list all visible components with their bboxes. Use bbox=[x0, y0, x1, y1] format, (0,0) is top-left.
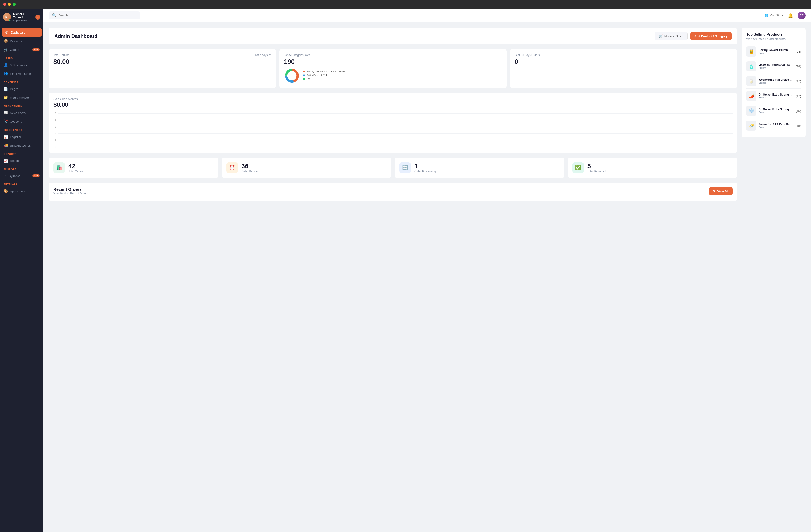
product-thumbnail: 🧴 bbox=[746, 61, 756, 71]
view-all-button[interactable]: 👁 View All bbox=[709, 187, 733, 195]
section-label-support: SUPPORT bbox=[0, 165, 43, 172]
globe-icon: 🌐 bbox=[765, 14, 768, 17]
sidebar-item-label: Logistics bbox=[10, 135, 22, 139]
close-btn[interactable] bbox=[3, 3, 6, 6]
orders-badge: New bbox=[32, 48, 40, 51]
total-earning-value: $0.00 bbox=[53, 58, 271, 65]
product-brand: Brand: bbox=[759, 81, 793, 84]
minimize-btn[interactable] bbox=[8, 3, 11, 6]
shipping-icon: 🚚 bbox=[4, 143, 8, 147]
total-earning-label: Total Earning Last 7 days ▼ bbox=[53, 53, 271, 57]
admin-initials: RT bbox=[800, 14, 804, 17]
section-label-contents: CONTENTS bbox=[0, 78, 43, 84]
sidebar-user: RT Richard Toland Super Admin ‹ bbox=[0, 9, 43, 26]
order-processing-count: 1 bbox=[414, 162, 435, 170]
product-brand: Brand: bbox=[759, 111, 793, 114]
order-processing-card: 🔄 1 Order Processing bbox=[395, 157, 564, 178]
content-area: Admin Dashboard 🛒 Manage Sales Add Produ… bbox=[43, 22, 811, 532]
sidebar-item-label: Shipping Zones bbox=[10, 144, 31, 147]
search-input[interactable] bbox=[58, 14, 137, 17]
chart-row-4: 4 bbox=[53, 119, 733, 122]
legend-dot-1 bbox=[303, 71, 305, 73]
page-header: Admin Dashboard 🛒 Manage Sales Add Produ… bbox=[49, 28, 737, 45]
sidebar-item-label: Newsletters bbox=[10, 111, 26, 115]
sidebar-item-logistics[interactable]: 📊 Logistics bbox=[0, 132, 43, 141]
sidebar-item-employee-staffs[interactable]: 👥 Employee Staffs bbox=[0, 69, 43, 78]
chart-label: 0 bbox=[53, 146, 56, 148]
sidebar-collapse-button[interactable]: ‹ bbox=[35, 15, 40, 20]
sidebar-item-dashboard[interactable]: ⊙ Dashboard bbox=[2, 28, 42, 37]
sidebar-item-label: Employee Staffs bbox=[10, 72, 31, 76]
top-selling-title: Top Selling Products bbox=[746, 32, 801, 36]
dropdown-icon[interactable]: ▼ bbox=[269, 53, 271, 57]
product-name: Dr. Oetker Extra Strong Red... bbox=[759, 108, 793, 111]
product-name: Mactop® Traditional Fresh... bbox=[759, 63, 793, 66]
product-thumbnail: 🥫 bbox=[746, 47, 756, 57]
product-count: (17) bbox=[796, 94, 801, 98]
queries-badge: New bbox=[32, 174, 40, 177]
total-delivered-card: ✅ 5 Total Delivered bbox=[568, 157, 737, 178]
chart-row-3: 3 bbox=[53, 125, 733, 128]
product-name: Pansari's 100% Pure Desi Gh... bbox=[759, 123, 793, 126]
window-chrome bbox=[0, 0, 811, 9]
sidebar-item-queries[interactable]: # Queries New bbox=[0, 172, 43, 180]
sidebar-item-orders[interactable]: 🛒 Orders New bbox=[0, 45, 43, 54]
product-info: Mactop® Traditional Fresh... Brand: bbox=[759, 63, 793, 69]
chart-area: 5 4 3 2 bbox=[53, 112, 733, 148]
content-left: Admin Dashboard 🛒 Manage Sales Add Produ… bbox=[49, 28, 737, 527]
recent-orders-title: Recent Orders bbox=[53, 187, 88, 192]
recent-orders-header: Recent Orders Your 10 Most Recent Orders… bbox=[53, 187, 733, 195]
manage-sales-button[interactable]: 🛒 Manage Sales bbox=[655, 32, 688, 40]
donut-chart bbox=[284, 68, 300, 84]
product-info: Pansari's 100% Pure Desi Gh... Brand: bbox=[759, 123, 793, 128]
employee-icon: 👥 bbox=[4, 72, 8, 76]
sidebar-item-newsletters[interactable]: 📰 Newsletters › bbox=[0, 109, 43, 117]
product-count: (17) bbox=[796, 80, 801, 83]
add-product-category-button[interactable]: Add Product / Category bbox=[690, 32, 732, 40]
sidebar-item-label: Coupons bbox=[10, 120, 22, 123]
sidebar-item-coupons[interactable]: ✂️ Coupons bbox=[0, 117, 43, 126]
sidebar-item-appearance[interactable]: 🎨 Appearance › bbox=[0, 187, 43, 195]
category-sales-label: Top 5 Category Sales bbox=[284, 53, 502, 57]
notifications-button[interactable]: 🔔 bbox=[787, 12, 794, 19]
chart-gridline bbox=[58, 120, 733, 120]
product-count: (15) bbox=[796, 124, 801, 127]
content-right: Top Selling Products We have listed 12 t… bbox=[742, 28, 806, 527]
media-icon: 📁 bbox=[4, 95, 8, 99]
product-count: (24) bbox=[796, 50, 801, 53]
donut-legend: Bakery Products & Gelatine Leaves Butter… bbox=[303, 70, 346, 81]
coupons-icon: ✂️ bbox=[4, 120, 8, 124]
total-orders-card: 🛍️ 42 Total Orders bbox=[49, 157, 218, 178]
sidebar-item-label: Orders bbox=[10, 48, 19, 51]
sidebar-item-media-manager[interactable]: 📁 Media Manager bbox=[0, 93, 43, 102]
product-name: Woolworths Full Cream Milk... bbox=[759, 78, 793, 81]
section-label-users: USERS bbox=[0, 54, 43, 61]
chart-label: 3 bbox=[53, 125, 56, 128]
product-name: Baking Powder Gluten-Free... bbox=[759, 49, 793, 52]
search-box[interactable]: 🔍 bbox=[49, 11, 140, 19]
chart-title: Sales This Months bbox=[53, 97, 733, 101]
sidebar-item-label: Dashboard bbox=[11, 31, 26, 34]
sidebar-item-pages[interactable]: 📄 Pages bbox=[0, 84, 43, 93]
sidebar-item-label: 9 Customers bbox=[10, 63, 27, 67]
sidebar-item-customers[interactable]: 👤 9 Customers bbox=[0, 61, 43, 69]
chart-row-1: 1 bbox=[53, 139, 733, 142]
product-info: Baking Powder Gluten-Free... Brand: bbox=[759, 49, 793, 54]
sidebar-item-shipping-zones[interactable]: 🚚 Shipping Zones bbox=[0, 141, 43, 150]
sidebar-item-products[interactable]: 📦 Products › bbox=[0, 37, 43, 45]
search-icon: 🔍 bbox=[52, 13, 57, 18]
user-name: Richard Toland bbox=[13, 12, 33, 19]
page-title: Admin Dashboard bbox=[54, 33, 97, 39]
order-pending-icon: ⏰ bbox=[227, 162, 238, 173]
total-delivered-icon: ✅ bbox=[572, 162, 584, 173]
donut-container: Bakery Products & Gelatine Leaves Butter… bbox=[284, 68, 502, 84]
product-item: ❄️ Dr. Oetker Extra Strong Red... Brand:… bbox=[746, 104, 801, 118]
header-actions: 🛒 Manage Sales Add Product / Category bbox=[655, 32, 732, 40]
maximize-btn[interactable] bbox=[13, 3, 16, 6]
order-processing-label: Order Processing bbox=[414, 170, 435, 173]
main-area: 🔍 🌐 Visit Store 🔔 RT Admin Dashboard 🛒 bbox=[43, 0, 811, 532]
sidebar-item-reports[interactable]: 📈 Reports › bbox=[0, 156, 43, 165]
visit-store-link[interactable]: 🌐 Visit Store bbox=[765, 14, 783, 17]
product-item: 🥫 Baking Powder Gluten-Free... Brand: (2… bbox=[746, 44, 801, 59]
admin-avatar[interactable]: RT bbox=[798, 12, 806, 19]
